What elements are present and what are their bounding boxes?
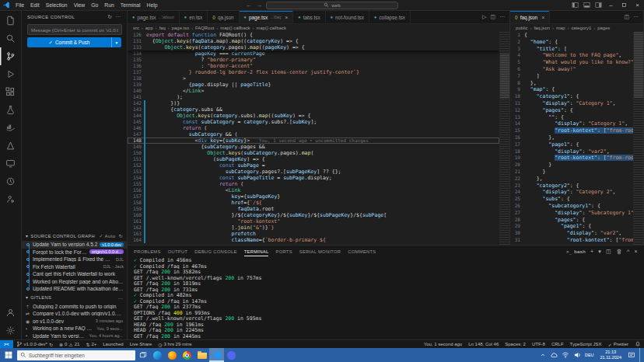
search-icon[interactable] xyxy=(0,30,22,47)
toggle-panel-icon[interactable] xyxy=(581,0,593,10)
docker-icon[interactable] xyxy=(0,119,22,137)
commit-row[interactable]: Updated README with hackathon details an… xyxy=(22,285,127,293)
vscode-taskbar-icon[interactable] xyxy=(209,348,224,362)
commit-message-input[interactable] xyxy=(27,24,122,35)
back-icon[interactable]: ← xyxy=(246,2,252,9)
split-editor-icon[interactable]: ◫ xyxy=(490,14,495,20)
editor-tab[interactable]: ● not-found.tsx xyxy=(326,11,369,23)
editor-tab[interactable]: ● en.tsx xyxy=(180,11,208,23)
blame-status[interactable]: You, 1 second ago xyxy=(421,340,466,348)
source-control-graph-header[interactable]: ▾ SOURCE CONTROL GRAPH ✓ Auto ↻ xyxy=(22,231,127,241)
breadcrumb-item[interactable]: src xyxy=(133,26,139,30)
file-explorer-icon[interactable] xyxy=(194,348,209,362)
explorer-icon[interactable] xyxy=(0,12,22,30)
source-control-icon[interactable] xyxy=(0,47,22,65)
menu-item[interactable]: Selection xyxy=(43,2,71,8)
minimap[interactable] xyxy=(499,32,509,245)
encoding-status[interactable]: UTF-8 xyxy=(529,340,548,348)
more-actions-icon[interactable]: ⋯ xyxy=(116,14,121,20)
menu-item[interactable]: Edit xyxy=(27,2,43,8)
more-actions-icon[interactable]: ⋯ xyxy=(499,14,505,20)
split-terminal-icon[interactable]: ◫ xyxy=(606,249,611,255)
refresh-icon[interactable]: ↻ xyxy=(119,233,124,238)
firefox-icon[interactable] xyxy=(165,348,180,362)
chrome-icon[interactable] xyxy=(180,348,194,362)
task-view-button[interactable] xyxy=(135,348,150,362)
start-button[interactable] xyxy=(0,348,17,362)
account-icon[interactable] xyxy=(0,304,22,322)
close-button[interactable]: × xyxy=(631,0,644,10)
refresh-icon[interactable]: ↻ xyxy=(107,14,112,20)
menu-item[interactable]: Run xyxy=(101,2,117,8)
gitlens-item[interactable]: ⇄ Compare v1.0.0-dev with origin/v1.0.0-… xyxy=(22,310,127,318)
panel-tab[interactable]: PORTS xyxy=(275,248,292,256)
commit-row[interactable]: Fix Fetch Waterfall DJL - Jack xyxy=(22,263,127,271)
edge-icon[interactable] xyxy=(150,348,165,362)
language-mode-status[interactable]: TypeScript JSX xyxy=(567,340,605,348)
live-share-icon[interactable] xyxy=(0,190,22,208)
terminal-session[interactable]: >_ bash xyxy=(566,249,586,254)
toggle-primary-sidebar-icon[interactable] xyxy=(569,0,581,10)
breadcrumb-item[interactable]: app xyxy=(139,26,153,30)
gitlens-item[interactable]: ◉ on v1.0.0-dev 3 minutes ago xyxy=(22,318,127,325)
tray-chevron-up-icon[interactable] xyxy=(540,352,546,358)
volume-icon[interactable] xyxy=(573,351,581,359)
breadcrumb-item[interactable]: faq.json xyxy=(527,26,550,30)
formatter-status[interactable]: ✓Prettier xyxy=(605,340,632,348)
kill-terminal-icon[interactable] xyxy=(616,249,622,255)
breadcrumb-item[interactable]: pages xyxy=(591,26,610,30)
editor-tab[interactable]: {} qa.json xyxy=(208,11,239,23)
discord-icon[interactable] xyxy=(224,348,239,362)
run-and-debug-icon[interactable] xyxy=(0,65,22,83)
code-editor[interactable]: 126export default function FAQRoot() {13… xyxy=(128,32,499,245)
split-editor-icon[interactable]: ◫ xyxy=(624,14,629,20)
menu-item[interactable]: File xyxy=(12,2,27,8)
commit-and-push-button[interactable]: ✓ Commit & Push ▾ xyxy=(27,37,121,47)
editor-tab[interactable]: ● page.tsx ...\about xyxy=(128,11,180,23)
terminal-dropdown-icon[interactable]: ▾ xyxy=(598,249,601,255)
extensions-icon[interactable] xyxy=(0,83,22,101)
commit-row[interactable]: Worked on Register page and on About pag… xyxy=(22,278,127,286)
taskbar-search[interactable]: Suchbegriff hier eingeben xyxy=(17,350,135,360)
gitlens-header[interactable]: ▾ GITLENS ⋯ xyxy=(22,293,127,303)
editor-tab[interactable]: ● page.tsx ...\faq × xyxy=(240,11,294,23)
more-actions-icon[interactable]: ⋯ xyxy=(633,14,639,20)
more-actions-icon[interactable]: ⋯ xyxy=(118,295,124,301)
notifications-bell-icon[interactable] xyxy=(632,340,644,348)
launched-status[interactable]: Launched xyxy=(100,340,126,348)
gitlens-icon[interactable] xyxy=(0,172,22,190)
commit-row[interactable]: Forgot to lock the Form D... origin/v1.0… xyxy=(22,249,127,256)
live-share-status[interactable]: Live Share xyxy=(127,340,156,348)
run-code-icon[interactable]: ▷ xyxy=(482,14,486,20)
editor-tab[interactable]: {} faq.json × xyxy=(510,11,550,23)
tab-close-icon[interactable]: × xyxy=(541,15,544,20)
wifi-icon[interactable] xyxy=(562,351,569,359)
breadcrumb-item[interactable]: faq xyxy=(153,26,166,30)
breadcrumb-item[interactable]: category1 xyxy=(565,26,591,30)
auto-toggle[interactable]: ✓ Auto xyxy=(99,233,115,238)
maximize-panel-icon[interactable]: ^ xyxy=(627,249,630,254)
breadcrumb-item[interactable]: page.tsx xyxy=(166,26,189,30)
menu-item[interactable]: View xyxy=(71,2,89,8)
breadcrumb-item[interactable]: map xyxy=(550,26,565,30)
gitlens-item[interactable]: • Update Yarn to version 4.5.2 You, 4 ho… xyxy=(22,332,127,340)
commit-dropdown-icon[interactable]: ▾ xyxy=(111,37,121,47)
menu-item[interactable]: Help xyxy=(143,2,160,8)
minimap-slider[interactable] xyxy=(500,54,509,99)
minimap[interactable] xyxy=(633,32,643,245)
testing-icon[interactable] xyxy=(0,101,22,119)
terminal-output[interactable]: ✓ Compiled in 456ms✓ Compiled /faq in 46… xyxy=(128,257,644,339)
command-center[interactable]: web xyxy=(266,2,398,9)
remote-indicator[interactable]: >< xyxy=(0,340,13,348)
show-desktop-button[interactable] xyxy=(639,348,642,362)
taskbar-clock[interactable]: 21:13 21.11.2024 xyxy=(597,350,624,360)
toggle-secondary-sidebar-icon[interactable] xyxy=(593,0,604,10)
menu-item[interactable]: Go xyxy=(88,2,101,8)
editor-tab[interactable]: ● tabs.tsx xyxy=(293,11,325,23)
breadcrumb-item[interactable]: public xyxy=(516,26,527,30)
indentation-status[interactable]: Spaces: 2 xyxy=(502,340,529,348)
branch-status[interactable]: v1.0.0-dev* ↻ xyxy=(13,340,56,348)
minimap-slider[interactable] xyxy=(634,32,643,98)
editor-tab[interactable]: ● collapse.tsx xyxy=(369,11,411,23)
new-terminal-icon[interactable]: + xyxy=(590,249,593,254)
